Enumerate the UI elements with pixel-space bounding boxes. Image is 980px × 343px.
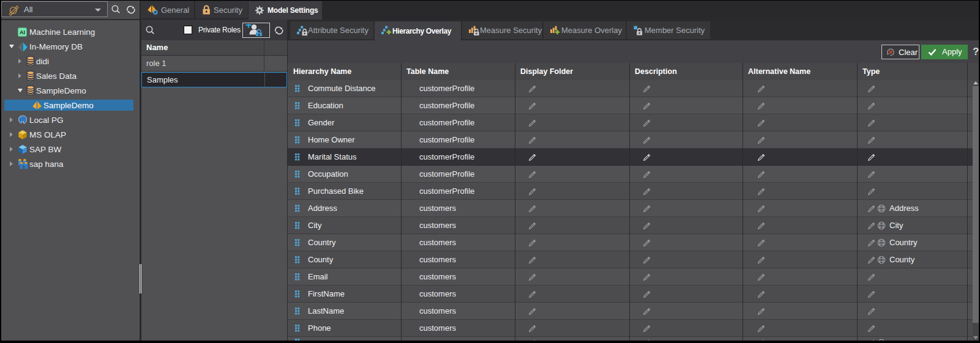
svg-text:AI: AI: [20, 29, 25, 35]
